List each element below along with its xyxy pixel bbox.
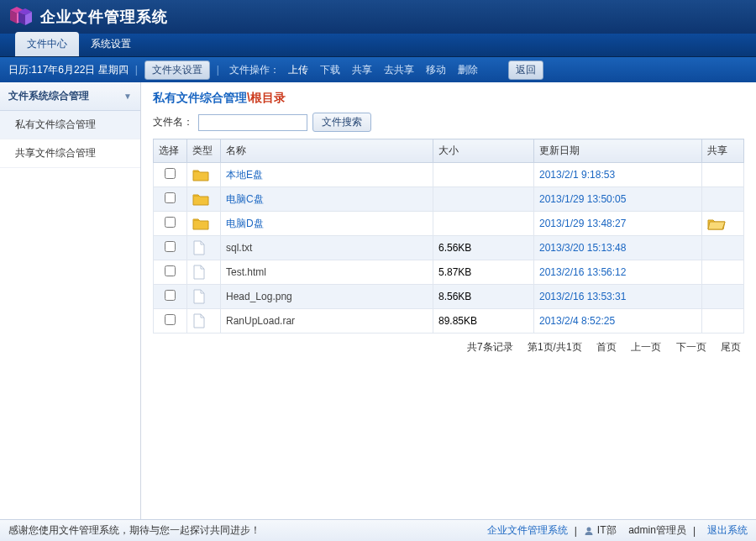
file-size: 5.87KB (433, 260, 534, 285)
action-unshare[interactable]: 去共享 (381, 63, 417, 77)
row-checkbox[interactable] (165, 265, 176, 276)
calendar-label: 日历:117年6月22日 星期四 (8, 63, 129, 77)
app-title: 企业文件管理系统 (40, 7, 168, 27)
footer-sys-link[interactable]: 企业文件管理系统 (487, 523, 568, 538)
file-size: 8.56KB (433, 285, 534, 309)
footer-dept: IT部 (597, 523, 617, 538)
col-size: 大小 (433, 139, 534, 163)
action-download[interactable]: 下载 (317, 63, 344, 77)
chevron-down-icon: ▼ (123, 92, 132, 101)
file-date: 2013/1/29 13:48:27 (539, 218, 626, 229)
search-label: 文件名： (153, 115, 193, 129)
file-name[interactable]: 电脑C盘 (226, 193, 264, 205)
tab-file-center[interactable]: 文件中心 (15, 32, 79, 56)
file-name: RanUpLoad.rar (226, 315, 295, 327)
sidebar-item-shared[interactable]: 共享文件综合管理 (0, 139, 140, 168)
pager-next[interactable]: 下一页 (676, 341, 706, 353)
action-share[interactable]: 共享 (349, 63, 375, 77)
file-date: 2013/3/20 15:13:48 (539, 242, 626, 254)
file-date: 2013/1/29 13:50:05 (539, 193, 626, 205)
file-icon (192, 240, 215, 255)
row-checkbox[interactable] (165, 192, 176, 203)
file-name[interactable]: 本地E盘 (226, 169, 263, 181)
logout-button[interactable]: 退出系统 (707, 523, 748, 538)
footer-welcome: 感谢您使用文件管理系统，期待与您一起探讨共同进步！ (8, 523, 260, 538)
action-delete[interactable]: 删除 (454, 63, 481, 77)
col-select: 选择 (154, 139, 187, 163)
table-row: Head_Log.png8.56KB2013/2/16 13:53:31 (154, 285, 744, 309)
file-name: Head_Log.png (226, 291, 292, 302)
pager-prev[interactable]: 上一页 (631, 341, 661, 353)
table-row: 本地E盘2013/2/1 9:18:53 (154, 163, 744, 187)
breadcrumb-part1: 私有文件综合管理 (153, 91, 247, 104)
file-icon (192, 289, 215, 304)
table-row: 电脑C盘2013/1/29 13:50:05 (154, 187, 744, 212)
sidebar: 文件系统综合管理 ▼ 私有文件综合管理 共享文件综合管理 (0, 82, 141, 519)
sidebar-header-label: 文件系统综合管理 (8, 89, 89, 103)
file-date: 2013/2/16 13:53:31 (539, 291, 626, 302)
sidebar-item-private[interactable]: 私有文件综合管理 (0, 111, 140, 139)
table-row: 电脑D盘2013/1/29 13:48:27 (154, 212, 744, 236)
folder-icon (192, 216, 215, 231)
content-area: 私有文件综合管理\根目录 文件名： 文件搜索 选择 类型 名称 大小 更新日期 … (141, 82, 756, 519)
share-icon (707, 216, 738, 231)
file-table: 选择 类型 名称 大小 更新日期 共享 本地E盘2013/2/1 9:18:53… (153, 139, 744, 334)
svg-point-6 (586, 527, 591, 531)
pager: 共7条记录 第1页/共1页 首页 上一页 下一页 尾页 (153, 334, 744, 361)
breadcrumb-part2: 根目录 (250, 91, 286, 104)
file-date: 2013/2/16 13:56:12 (539, 266, 626, 278)
back-button[interactable]: 返回 (508, 60, 543, 80)
footer-username: admin管理员 (628, 523, 686, 538)
col-name: 名称 (221, 139, 433, 163)
file-name: sql.txt (226, 242, 252, 254)
sidebar-header[interactable]: 文件系统综合管理 ▼ (0, 82, 140, 111)
tab-system-settings[interactable]: 系统设置 (79, 32, 143, 56)
pager-total: 共7条记录 (467, 341, 513, 353)
footer-user: IT部 admin管理员 (584, 523, 686, 538)
row-checkbox[interactable] (165, 314, 176, 325)
row-checkbox[interactable] (165, 217, 176, 228)
file-size: 6.56KB (433, 236, 534, 260)
table-row: RanUpLoad.rar89.85KB2013/2/4 8:52:25 (154, 309, 744, 334)
file-name: Test.html (226, 266, 266, 278)
folder-icon (192, 167, 215, 182)
file-size (433, 163, 534, 187)
row-checkbox[interactable] (165, 241, 176, 252)
col-type: 类型 (187, 139, 221, 163)
search-input[interactable] (198, 114, 307, 131)
col-share: 共享 (702, 139, 744, 163)
footer: 感谢您使用文件管理系统，期待与您一起探讨共同进步！ 企业文件管理系统 | IT部… (0, 519, 756, 541)
toolbar: 日历:117年6月22日 星期四 | 文件夹设置 | 文件操作： 上传 下载 共… (0, 57, 756, 82)
action-upload[interactable]: 上传 (285, 63, 312, 77)
table-row: Test.html5.87KB2013/2/16 13:56:12 (154, 260, 744, 285)
main-tabbar: 文件中心 系统设置 (0, 34, 756, 57)
pager-page: 第1页/共1页 (528, 341, 582, 353)
app-logo-icon (7, 5, 34, 29)
file-date: 2013/2/4 8:52:25 (539, 315, 615, 327)
col-date: 更新日期 (534, 139, 702, 163)
breadcrumb: 私有文件综合管理\根目录 (153, 91, 744, 106)
file-name[interactable]: 电脑D盘 (226, 218, 264, 229)
file-date: 2013/2/1 9:18:53 (539, 169, 615, 181)
folder-settings-button[interactable]: 文件夹设置 (144, 60, 210, 80)
file-size: 89.85KB (433, 309, 534, 334)
user-icon (584, 526, 594, 536)
search-row: 文件名： 文件搜索 (153, 113, 744, 132)
file-size (433, 212, 534, 236)
row-checkbox[interactable] (165, 168, 176, 179)
pager-last[interactable]: 尾页 (721, 341, 741, 353)
app-header: 企业文件管理系统 (0, 0, 756, 34)
file-icon (192, 265, 215, 280)
row-checkbox[interactable] (165, 290, 176, 301)
file-size (433, 187, 534, 212)
search-button[interactable]: 文件搜索 (312, 113, 371, 132)
main-area: 文件系统综合管理 ▼ 私有文件综合管理 共享文件综合管理 私有文件综合管理\根目… (0, 82, 756, 519)
pager-first[interactable]: 首页 (596, 341, 617, 353)
file-icon (192, 313, 215, 328)
action-move[interactable]: 移动 (423, 63, 449, 77)
folder-icon (192, 192, 215, 207)
file-ops-label: 文件操作： (229, 63, 280, 77)
table-row: sql.txt6.56KB2013/3/20 15:13:48 (154, 236, 744, 260)
